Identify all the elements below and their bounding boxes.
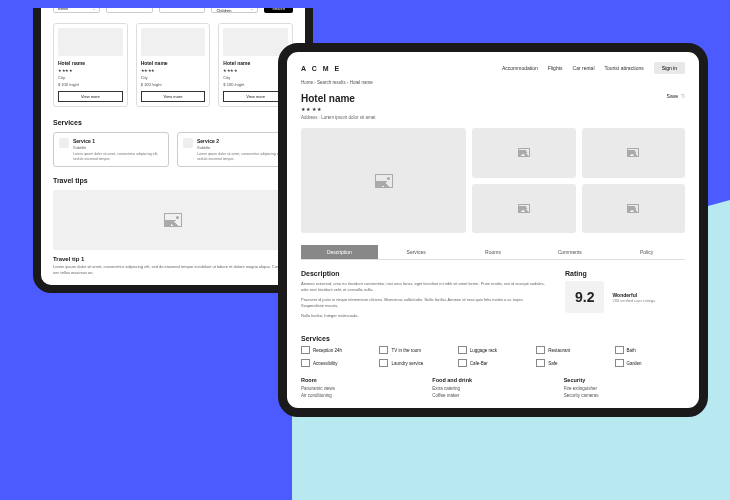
svc-laundry: Laundry service xyxy=(379,359,449,367)
crumb-home[interactable]: Home xyxy=(301,80,313,85)
list-item: Security cameras xyxy=(564,393,685,398)
star-rating: ★ ★ ★ ★ xyxy=(301,106,376,112)
breadcrumb: Home › Search results › Hotel name xyxy=(301,80,685,85)
service-card[interactable]: Service 1 Subtitle Lorem ipsum dolor sit… xyxy=(53,132,169,167)
tab-description[interactable]: Description xyxy=(301,245,378,259)
tab-bar: Description Services Rooms Comments Poli… xyxy=(301,245,685,260)
tip-desc: Lorem ipsum dolor sit amet, consectetur … xyxy=(53,264,293,275)
image-placeholder xyxy=(223,28,288,56)
crumb-current: Hotel name xyxy=(350,80,373,85)
gallery-thumb[interactable] xyxy=(472,184,575,234)
list-item: Fire extinguisher xyxy=(564,386,685,391)
signin-button[interactable]: Sign in xyxy=(654,62,685,74)
rating-score: 9.2 xyxy=(565,281,604,313)
services-heading: Services xyxy=(301,335,685,342)
nav-tourist[interactable]: Tourist attractions xyxy=(605,65,644,71)
image-icon xyxy=(627,204,639,213)
search-button[interactable]: Search xyxy=(264,8,293,13)
tab-comments[interactable]: Comments xyxy=(531,245,608,259)
svc-cafe: Cafe-Bar xyxy=(458,359,528,367)
heart-icon: ♡ xyxy=(681,93,685,99)
chevron-down-icon: ⌄ xyxy=(92,8,95,11)
tip-title: Travel tip 1 xyxy=(53,256,293,262)
tip-image xyxy=(53,190,293,250)
svc-safe: Safe xyxy=(536,359,606,367)
gallery-thumb[interactable] xyxy=(472,128,575,178)
image-icon xyxy=(518,148,530,157)
services-heading: Services xyxy=(53,119,293,126)
image-icon xyxy=(375,174,393,188)
services-grid: Reception 24h TV in the room Luggage rac… xyxy=(301,346,685,367)
nav-accommodation[interactable]: Accommodation xyxy=(502,65,538,71)
hotel-card[interactable]: Hotel name ★★★★ City $ 100 /night View m… xyxy=(53,23,128,107)
description-text: Nulla facilisi. Integer malesuada. xyxy=(301,313,545,319)
search-bar: Destination Berlin⌄ Check-in Check-out G… xyxy=(53,8,293,13)
view-more-button[interactable]: View more xyxy=(141,91,206,102)
gallery-thumb[interactable] xyxy=(582,128,685,178)
list-item: Coffee maker xyxy=(432,393,553,398)
gallery-main[interactable] xyxy=(301,128,466,233)
chevron-down-icon: ⌄ xyxy=(250,8,253,11)
rating-heading: Rating xyxy=(565,270,685,277)
tab-rooms[interactable]: Rooms xyxy=(455,245,532,259)
room-heading: Room xyxy=(301,377,422,383)
description-text: Praesent id justo in neque elementum ult… xyxy=(301,297,545,309)
gallery-thumb[interactable] xyxy=(582,184,685,234)
tab-policy[interactable]: Policy xyxy=(608,245,685,259)
back-tablet: Destination Berlin⌄ Check-in Check-out G… xyxy=(33,8,313,293)
svc-luggage: Luggage rack xyxy=(458,346,528,354)
image-placeholder xyxy=(58,28,123,56)
hotel-cards: Hotel name ★★★★ City $ 100 /night View m… xyxy=(53,23,293,107)
service-icon xyxy=(59,138,69,148)
hotel-card[interactable]: Hotel name ★★★★ City $ 100 /night View m… xyxy=(136,23,211,107)
image-icon xyxy=(518,204,530,213)
front-tablet: A C M E Accommodation Flights Car rental… xyxy=(278,43,708,417)
checkin-input[interactable] xyxy=(106,8,153,13)
image-icon xyxy=(164,213,182,227)
top-nav: A C M E Accommodation Flights Car rental… xyxy=(301,62,685,74)
list-item: Extra catering xyxy=(432,386,553,391)
service-card[interactable]: Service 2 Subtitle Lorem ipsum dolor sit… xyxy=(177,132,293,167)
image-placeholder xyxy=(141,28,206,56)
svc-garden: Garden xyxy=(615,359,685,367)
tips-heading: Travel tips xyxy=(53,177,293,184)
svc-reception: Reception 24h xyxy=(301,346,371,354)
service-icon xyxy=(183,138,193,148)
view-more-button[interactable]: View more xyxy=(58,91,123,102)
svc-tv: TV in the room xyxy=(379,346,449,354)
svc-bath: Bath xyxy=(615,346,685,354)
nav-flights[interactable]: Flights xyxy=(548,65,563,71)
dest-input[interactable]: Berlin⌄ xyxy=(53,8,100,13)
rating-sub: 200 verified user ratings xyxy=(612,298,655,303)
security-heading: Security xyxy=(564,377,685,383)
hotel-address: Address · Lorem ipsum dolor sit amet xyxy=(301,115,376,120)
food-heading: Food and drink xyxy=(432,377,553,383)
checkout-input[interactable] xyxy=(159,8,206,13)
tab-services[interactable]: Services xyxy=(378,245,455,259)
photo-gallery xyxy=(301,128,685,233)
save-button[interactable]: Save ♡ xyxy=(667,93,685,99)
crumb-results[interactable]: Search results xyxy=(317,80,346,85)
brand-logo[interactable]: A C M E xyxy=(301,65,341,72)
list-item: Air conditioning xyxy=(301,393,422,398)
description-heading: Description xyxy=(301,270,545,277)
image-icon xyxy=(627,148,639,157)
description-text: Aenean euismod, urna eu tincidunt consec… xyxy=(301,281,545,293)
guests-input[interactable]: 2 Adults · 0 Children⌄ xyxy=(211,8,258,13)
page-title: Hotel name xyxy=(301,93,376,104)
svc-restaurant: Restaurant xyxy=(536,346,606,354)
svc-accessibility: Accessibility xyxy=(301,359,371,367)
list-item: Panoramic views xyxy=(301,386,422,391)
nav-car-rental[interactable]: Car rental xyxy=(573,65,595,71)
